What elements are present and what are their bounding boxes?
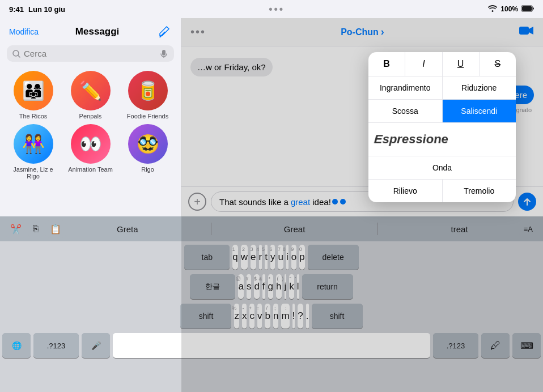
delete-key[interactable]: delete xyxy=(308,245,359,270)
copy-button[interactable]: ⎘ xyxy=(28,220,43,237)
shift-right-key[interactable]: shift xyxy=(312,304,363,329)
espressione-label: Espressione xyxy=(368,127,455,152)
battery-label: 100% xyxy=(500,5,518,13)
underline-button[interactable]: U xyxy=(443,52,480,76)
format-row-espressione: Espressione xyxy=(368,123,516,156)
list-item[interactable]: 👭 Jasmine, Liz e Rigo xyxy=(7,124,60,180)
svg-rect-1 xyxy=(522,6,532,11)
key-e[interactable]: 3e xyxy=(251,245,256,270)
numeric-right-key[interactable]: .?123 xyxy=(433,333,478,358)
rilievo-button[interactable]: Rilievo xyxy=(368,180,443,202)
status-bar-center: ••• xyxy=(269,3,285,15)
keyboard-dismiss-key[interactable]: ⌨ xyxy=(512,333,541,358)
key-row-4: 🌐 .?123 🎤 .?123 🖊 ⌨ xyxy=(2,333,541,358)
suggestion-treat[interactable]: treat xyxy=(444,222,475,236)
microphone-key[interactable]: 🎤 xyxy=(82,333,110,358)
key-l[interactable]: 'l xyxy=(297,274,299,299)
italic-button[interactable]: I xyxy=(405,52,442,76)
avatar: 🥫 xyxy=(128,71,168,110)
key-b[interactable]: /b xyxy=(265,304,270,329)
key-m[interactable]: :m xyxy=(281,304,289,329)
search-icon xyxy=(12,50,20,58)
riduzione-button[interactable]: Riduzione xyxy=(443,76,516,99)
list-item[interactable]: 👨‍👩‍👧 The Ricos xyxy=(7,71,60,120)
text-options-button[interactable]: ≡A xyxy=(519,221,537,237)
scossa-button[interactable]: Scossa xyxy=(368,100,443,122)
chat-contact[interactable]: Po-Chun › xyxy=(341,26,384,38)
keyboard-area: ✂️ ⎘ 📋 Greta Great treat ≡A tab 1q 2w 3e… xyxy=(0,216,543,392)
search-input[interactable] xyxy=(24,49,156,58)
key-row-1: tab 1q 2w 3e 4r 5t 6y 7u 8i 9o 0p delete xyxy=(2,245,541,270)
suggestion-great[interactable]: Great xyxy=(277,222,312,236)
key-x[interactable]: -x xyxy=(242,304,247,329)
search-bar[interactable] xyxy=(7,45,174,62)
svg-rect-5 xyxy=(519,27,529,35)
key-j[interactable]: )j xyxy=(285,274,287,299)
format-row-onda: Onda xyxy=(368,156,516,180)
key-y[interactable]: 6y xyxy=(270,245,275,270)
key-o[interactable]: 9o xyxy=(291,245,296,270)
key-q[interactable]: 1q xyxy=(232,245,237,270)
return-key[interactable]: return xyxy=(302,274,353,299)
list-item[interactable]: 🥸 Rigo xyxy=(121,124,174,180)
numeric-left-key[interactable]: .?123 xyxy=(33,333,79,358)
status-date: Lun 10 giu xyxy=(28,5,65,14)
key-i[interactable]: 8i xyxy=(286,245,289,270)
shift-left-key[interactable]: shift xyxy=(180,304,231,329)
wifi-icon xyxy=(488,5,497,14)
ingrandimento-button[interactable]: Ingrandimento xyxy=(368,76,443,99)
status-bar: 9:41 Lun 10 giu ••• 100% xyxy=(0,0,543,18)
suggestion-greta[interactable]: Greta xyxy=(110,222,145,236)
key-f[interactable]: &f xyxy=(262,274,265,299)
hangul-key[interactable]: 한글 xyxy=(190,274,235,299)
toolbar-left: ✂️ ⎘ 📋 xyxy=(6,220,66,238)
paste-button[interactable]: 📋 xyxy=(45,220,66,238)
key-n[interactable]: ;n xyxy=(273,304,278,329)
key-g[interactable]: *g xyxy=(268,274,273,299)
chevron-icon: › xyxy=(381,26,384,38)
globe-key[interactable]: 🌐 xyxy=(2,333,31,358)
compose-button[interactable] xyxy=(156,24,172,40)
status-bar-right: 100% xyxy=(488,5,534,14)
key-exclaim[interactable]: ! xyxy=(292,304,295,329)
incoming-message: …w or Friday, ok? xyxy=(190,58,273,76)
key-question[interactable]: ? xyxy=(298,304,303,329)
tremolio-button[interactable]: Tremolio xyxy=(443,180,516,202)
list-item[interactable]: 👀 Animation Team xyxy=(64,124,117,180)
avatar: 👭 xyxy=(14,124,53,164)
cut-button[interactable]: ✂️ xyxy=(6,220,26,238)
key-s[interactable]: #s xyxy=(247,274,252,299)
key-w[interactable]: 2w xyxy=(241,245,248,270)
list-item[interactable]: ✏️ Penpals xyxy=(64,71,117,120)
key-k[interactable]: "k xyxy=(289,274,294,299)
key-p[interactable]: 0p xyxy=(299,245,304,270)
avatar: 🥸 xyxy=(128,124,168,164)
mic-icon xyxy=(159,49,168,58)
bold-button[interactable]: B xyxy=(368,52,405,76)
space-key[interactable] xyxy=(113,333,430,358)
format-row-size: Ingrandimento Riduzione xyxy=(368,76,516,100)
add-attachment-button[interactable]: + xyxy=(188,193,206,211)
edit-button[interactable]: Modifica xyxy=(9,27,39,36)
status-bar-left: 9:41 Lun 10 giu xyxy=(9,5,65,14)
key-v[interactable]: =v xyxy=(257,304,262,329)
key-a[interactable]: @a xyxy=(238,274,243,299)
key-c[interactable]: +c xyxy=(249,304,254,329)
sidebar-title: Messaggi xyxy=(75,26,119,37)
onda-button[interactable]: Onda xyxy=(368,156,516,179)
center-dots: ••• xyxy=(269,3,285,15)
key-t[interactable]: 5t xyxy=(265,245,268,270)
key-period[interactable]: . xyxy=(306,304,309,329)
saliscendi-button[interactable]: Saliscendi xyxy=(443,100,516,122)
video-call-icon[interactable] xyxy=(519,25,534,39)
list-item[interactable]: 🥫 Foodie Friends xyxy=(121,71,174,120)
toolbar-right: ≡A xyxy=(519,221,537,237)
key-z[interactable]: %z xyxy=(234,304,239,329)
strikethrough-button[interactable]: S xyxy=(480,52,516,76)
send-button[interactable] xyxy=(518,193,536,211)
status-time: 9:41 xyxy=(9,5,24,14)
key-h[interactable]: (h xyxy=(276,274,281,299)
tab-key[interactable]: tab xyxy=(184,245,230,270)
avatar: 👀 xyxy=(71,124,111,164)
scribble-key[interactable]: 🖊 xyxy=(481,333,510,358)
